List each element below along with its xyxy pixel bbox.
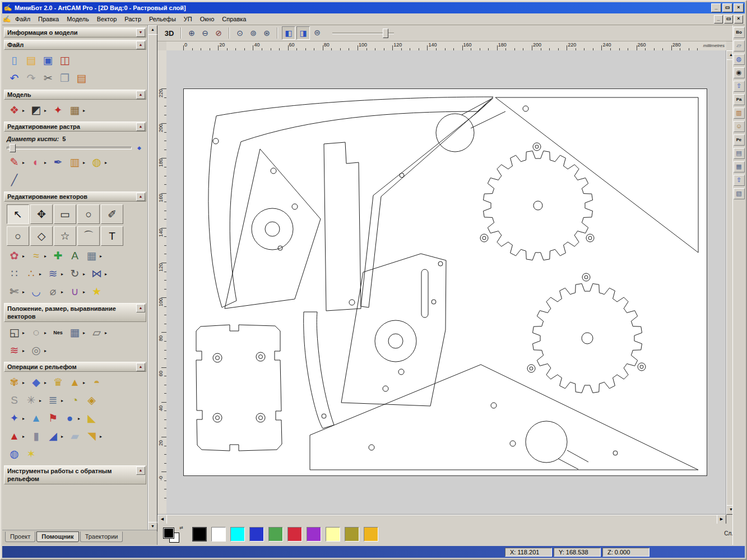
copy-along-vector-icon[interactable]: ∴ [24,267,39,281]
polygon-tool[interactable]: ◇ [30,226,53,246]
draw-line-icon[interactable]: ╱ [7,173,22,188]
toggle-vector-layer-icon[interactable]: ◨ [296,26,310,40]
offset-vectors-icon-flyout[interactable]: ▸ [22,254,27,259]
spiral-icon-flyout[interactable]: ▸ [44,348,49,353]
collapse-raster-button[interactable]: ▲ [136,123,145,131]
texture-relief-icon-flyout[interactable]: ▸ [22,416,27,421]
section-header-vectors[interactable]: Редактирование векторов ▲ [4,192,146,202]
zoom-previous-icon[interactable]: ⊜ [311,26,323,39]
ellipse-tool[interactable]: ○ [7,226,29,246]
dock-export-icon[interactable]: ⇧ [734,175,745,186]
shape-editor-icon[interactable]: ♛ [50,375,66,390]
palette-swatch-olive[interactable] [345,527,359,542]
menu-item-Растр[interactable]: Растр [120,15,145,24]
dock-raster-button[interactable]: Ра [734,94,745,105]
scroll-right-icon[interactable]: ▶ [717,515,726,524]
palette-swatch-red[interactable] [287,527,302,542]
lock-relief-icon[interactable]: ◈ [84,393,99,408]
collapse-file-button[interactable]: ▲ [136,41,145,49]
sculpt-relief-icon-flyout[interactable]: ▸ [22,380,27,385]
nesting-icon[interactable]: Nes [50,325,66,340]
menu-item-Правка[interactable]: Правка [34,15,63,24]
align-objects-icon[interactable]: ▱ [89,325,104,340]
dock-upload-icon[interactable]: ⇧ [734,81,745,92]
section-header-model[interactable]: Модель ▲ [4,90,146,100]
envelope-distort-icon[interactable]: ▦ [84,249,99,263]
model-page[interactable] [183,88,707,476]
align-objects-icon-flyout[interactable]: ▸ [105,330,109,335]
palette-swatch-white[interactable] [211,527,226,542]
set-model-size-icon[interactable]: ❖ [7,103,22,118]
dock-user-icon[interactable]: ☺ [734,121,745,132]
menu-item-Окно[interactable]: Окно [196,15,219,24]
brush-slider-groove[interactable] [7,147,132,150]
panel-header-model-info[interactable]: Информация о модели ▼ [4,27,146,38]
spiral-icon[interactable]: ◎ [29,343,44,358]
column-shape-icon[interactable]: ▮ [29,429,44,444]
mirror-vectors-icon-flyout[interactable]: ▸ [105,272,109,277]
offset-relief-icon[interactable]: ◔ [67,393,82,408]
paint-brush-icon[interactable]: ✎ [7,155,22,170]
dock-layers-icon[interactable]: ▤ [734,148,745,159]
paste-along-curve-icon[interactable]: ✚ [50,249,66,263]
collapse-relief-button[interactable]: ▲ [136,363,145,371]
fit-curve-icon-flyout[interactable]: ▸ [44,254,49,259]
palette-swatch-amber[interactable] [364,527,378,542]
cut-icon[interactable]: ✂ [40,71,55,86]
arc-tool[interactable]: ⌒ [77,226,100,246]
dock-eye-icon[interactable]: ◉ [734,67,745,78]
zoom-in-icon[interactable]: ⊕ [185,27,198,39]
copy-icon[interactable]: ❐ [57,71,72,86]
open-model-icon[interactable]: ▤ [24,53,39,68]
circle-tool[interactable]: ○ [77,204,100,224]
restore-button[interactable]: ▭ [722,3,732,12]
position-size-icon-flyout[interactable]: ▸ [22,330,27,335]
section-header-raster[interactable]: Редактирование растра ▲ [4,122,146,132]
collapse-inverse-button[interactable]: ▲ [136,466,145,475]
distort-vectors-icon-flyout[interactable]: ▸ [61,272,66,277]
weave-wizard-icon[interactable]: ✳ [24,393,39,408]
two-rail-sweep-icon[interactable]: ◣ [84,411,99,426]
angled-plane-icon[interactable]: ◢ [45,429,61,444]
join-vectors-icon[interactable]: ∪ [67,284,82,299]
star-relief-icon[interactable]: ✶ [24,447,39,461]
tab-Помощник[interactable]: Помощник [36,531,78,542]
collapse-position-button[interactable]: ▲ [136,304,145,312]
zoom-objects-icon[interactable]: ⊛ [261,27,273,39]
magic-texture-icon-flyout[interactable]: ▸ [105,160,109,165]
bell-shape-icon[interactable]: ▲ [67,375,82,390]
scroll-left-icon[interactable]: ◀ [157,515,167,524]
section-header-file[interactable]: Файл ▲ [4,40,146,50]
scroll-up-icon[interactable]: ▲ [148,25,157,35]
horizontal-scrollbar-thumb[interactable] [166,515,717,524]
brush-slider-handle[interactable] [10,144,16,152]
paint-brush-icon-flyout[interactable]: ▸ [22,160,27,165]
wrap-vectors-icon-flyout[interactable]: ▸ [22,348,27,353]
paste-icon[interactable]: ▤ [74,71,89,86]
primary-secondary-colour-indicator[interactable]: ⇄ [163,525,183,543]
adjust-model-icon[interactable]: ◩ [29,103,44,118]
menu-item-Файл[interactable]: Файл [11,15,34,24]
adjust-model-icon-flyout[interactable]: ▸ [44,108,49,113]
mdi-minimize-button[interactable]: _ [714,15,723,24]
minimize-button[interactable]: _ [711,3,721,12]
swap-colours-icon[interactable]: ⇄ [179,525,183,530]
assistant-scrollbar[interactable]: ▲ ▼ [147,25,157,531]
assistant-scrollbar-thumb[interactable] [148,34,157,522]
smooth-eraser-icon[interactable]: ▰ [67,429,82,444]
rotate-copies-icon[interactable]: ◌ [29,325,44,340]
block-rotate-icon-flyout[interactable]: ▸ [83,272,87,277]
position-size-icon[interactable]: ◱ [7,325,22,340]
smooth-relief-icon[interactable]: ◆ [29,375,44,390]
dock-sphere-icon[interactable]: ◍ [734,54,745,65]
relief-layers-icon[interactable]: ≣ [45,393,61,408]
colour-palette-icon[interactable]: ▥ [67,155,82,170]
offset-vectors-icon[interactable]: ✿ [7,249,22,263]
zoom-page-icon[interactable]: ⊚ [247,27,259,39]
align-vectors-icon-flyout[interactable]: ▸ [83,330,87,335]
palette-swatch-blue[interactable] [249,527,264,542]
undo-icon[interactable]: ↶ [7,71,22,86]
save-model-icon[interactable]: ▣ [40,53,55,68]
magic-texture-icon[interactable]: ◍ [89,155,104,170]
drawing-canvas[interactable] [166,50,726,515]
